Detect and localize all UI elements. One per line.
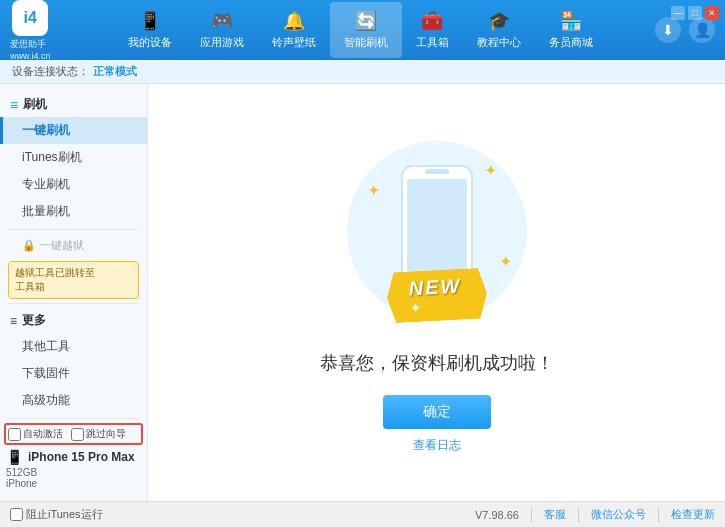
svg-rect-1 xyxy=(407,179,467,274)
nav-service-label: 务员商城 xyxy=(549,35,593,50)
main-content: ✦ ✦ ✦ NEW ✦ 恭喜您，保资料刷机成功啦！ 确定 查看日志 xyxy=(148,84,725,501)
success-message: 恭喜您，保资料刷机成功啦！ xyxy=(320,351,554,375)
more-section-label: 更多 xyxy=(22,312,46,329)
flash-section-label: 刷机 xyxy=(23,96,47,113)
sidebar-item-one-click-flash[interactable]: 一键刷机 xyxy=(0,117,147,144)
breadcrumb-status: 正常模式 xyxy=(93,64,137,79)
nav-toolbox[interactable]: 🧰 工具箱 xyxy=(402,2,463,58)
auto-activate-checkbox[interactable]: 自动激活 xyxy=(8,427,63,441)
itunes-checkbox[interactable]: 阻止iTunes运行 xyxy=(10,507,103,522)
sidebar-jailbreak-notice: 越狱工具已跳转至工具箱 xyxy=(8,261,139,299)
user-button[interactable]: 👤 xyxy=(689,17,715,43)
auto-activate-label: 自动激活 xyxy=(23,427,63,441)
more-section-icon: ≡ xyxy=(10,314,17,328)
minimize-button[interactable]: — xyxy=(671,6,685,20)
sidebar-item-jailbreak-disabled: 🔒 一键越狱 xyxy=(0,234,147,257)
sidebar-item-download-firmware[interactable]: 下载固件 xyxy=(0,360,147,387)
confirm-button[interactable]: 确定 xyxy=(383,395,491,429)
my-device-icon: 📱 xyxy=(139,10,161,32)
auto-backup-input[interactable] xyxy=(71,428,84,441)
sidebar-flash-header: ≡ 刷机 xyxy=(0,92,147,117)
tutorials-icon: 🎓 xyxy=(488,10,510,32)
logo-subtext: 爱思助手 www.i4.cn xyxy=(10,38,51,61)
view-log-link[interactable]: 查看日志 xyxy=(413,437,461,454)
lock-icon: 🔒 xyxy=(22,239,36,252)
sparkle-icon-2: ✦ xyxy=(367,181,380,200)
new-badge: NEW ✦ xyxy=(387,270,487,321)
server-link[interactable]: 客服 xyxy=(544,507,566,522)
sidebar-more-header: ≡ 更多 xyxy=(0,308,147,333)
status-bar-right: V7.98.66 客服 微信公众号 检查更新 xyxy=(475,507,715,522)
auto-checkboxes: 自动激活 跳过向导 xyxy=(8,427,139,441)
logo-icon-text: i4 xyxy=(24,9,37,27)
nav-my-device-label: 我的设备 xyxy=(128,35,172,50)
sidebar-divider-2 xyxy=(8,303,139,304)
nav-apps-label: 应用游戏 xyxy=(200,35,244,50)
auto-backup-label: 跳过向导 xyxy=(86,427,126,441)
divider-1 xyxy=(531,508,532,522)
sidebar: ≡ 刷机 一键刷机 iTunes刷机 专业刷机 批量刷机 🔒 一键越狱 越狱工具… xyxy=(0,84,148,501)
nav-ringtones-label: 铃声壁纸 xyxy=(272,35,316,50)
breadcrumb: 设备连接状态： 正常模式 xyxy=(0,60,725,84)
nav-smart-flash-label: 智能刷机 xyxy=(344,35,388,50)
itunes-label: 阻止iTunes运行 xyxy=(26,507,103,522)
sparkle-icon-1: ✦ xyxy=(484,161,497,180)
sparkle-icon-3: ✦ xyxy=(499,252,512,271)
device-type: iPhone xyxy=(0,478,147,489)
sidebar-item-other-tools[interactable]: 其他工具 xyxy=(0,333,147,360)
device-phone-icon: 📱 xyxy=(6,449,23,465)
divider-2 xyxy=(578,508,579,522)
nav-my-device[interactable]: 📱 我的设备 xyxy=(114,2,186,58)
success-illustration: ✦ ✦ ✦ NEW ✦ xyxy=(337,131,537,331)
status-bar: 阻止iTunes运行 V7.98.66 客服 微信公众号 检查更新 xyxy=(0,501,725,527)
header-right-controls: ⬇ 👤 xyxy=(655,17,715,43)
auto-activate-input[interactable] xyxy=(8,428,21,441)
breadcrumb-prefix: 设备连接状态： xyxy=(12,64,89,79)
auto-backup-checkbox[interactable]: 跳过向导 xyxy=(71,427,126,441)
status-bar-left: 阻止iTunes运行 xyxy=(10,507,465,522)
app-logo: i4 爱思助手 www.i4.cn xyxy=(10,0,51,61)
nav-service[interactable]: 🏪 务员商城 xyxy=(535,2,607,58)
nav-tutorials-label: 教程中心 xyxy=(477,35,521,50)
sidebar-item-itunes-flash[interactable]: iTunes刷机 xyxy=(0,144,147,171)
download-button[interactable]: ⬇ xyxy=(655,17,681,43)
auto-options-box: 自动激活 跳过向导 xyxy=(4,423,143,445)
main-navigation: 📱 我的设备 🎮 应用游戏 🔔 铃声壁纸 🔄 智能刷机 🧰 工具箱 🎓 教程中心… xyxy=(66,2,655,58)
service-icon: 🏪 xyxy=(560,10,582,32)
version-label: V7.98.66 xyxy=(475,509,519,521)
sidebar-item-batch-flash[interactable]: 批量刷机 xyxy=(0,198,147,225)
sidebar-item-pro-flash[interactable]: 专业刷机 xyxy=(0,171,147,198)
sidebar-item-advanced[interactable]: 高级功能 xyxy=(0,387,147,414)
sidebar-divider-1 xyxy=(8,229,139,230)
svg-rect-2 xyxy=(425,169,449,174)
check-update-link[interactable]: 检查更新 xyxy=(671,507,715,522)
device-name: iPhone 15 Pro Max xyxy=(28,450,135,464)
itunes-checkbox-input[interactable] xyxy=(10,508,23,521)
close-button[interactable]: ✕ xyxy=(705,6,719,20)
divider-3 xyxy=(658,508,659,522)
apps-icon: 🎮 xyxy=(211,10,233,32)
maximize-button[interactable]: □ xyxy=(688,6,702,20)
sidebar-divider-3 xyxy=(8,418,139,419)
nav-tutorials[interactable]: 🎓 教程中心 xyxy=(463,2,535,58)
nav-ringtones[interactable]: 🔔 铃声壁纸 xyxy=(258,2,330,58)
smart-flash-icon: 🔄 xyxy=(355,10,377,32)
device-info: 📱 iPhone 15 Pro Max xyxy=(0,447,147,467)
nav-smart-flash[interactable]: 🔄 智能刷机 xyxy=(330,2,402,58)
device-storage: 512GB xyxy=(0,467,147,478)
flash-section-icon: ≡ xyxy=(10,97,18,113)
nav-toolbox-label: 工具箱 xyxy=(416,35,449,50)
wechat-link[interactable]: 微信公众号 xyxy=(591,507,646,522)
nav-apps-games[interactable]: 🎮 应用游戏 xyxy=(186,2,258,58)
ringtones-icon: 🔔 xyxy=(283,10,305,32)
new-badge-text: NEW xyxy=(408,275,462,300)
toolbox-icon: 🧰 xyxy=(421,10,443,32)
